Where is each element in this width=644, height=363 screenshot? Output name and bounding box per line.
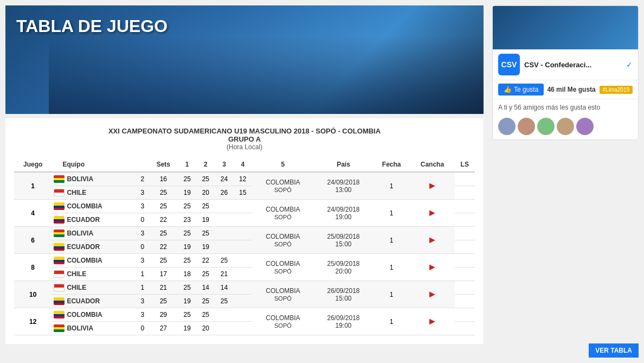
fb-like-label: Te gusta [514, 86, 538, 93]
flag-chile [54, 270, 65, 278]
right-section: CSV CSV - Confederaci... ✓ 👍 Te gusta 46… [492, 5, 639, 344]
cell-ls[interactable]: ► [410, 172, 454, 200]
cell-team1-sets: 1 [136, 281, 149, 295]
cell-team2-s4: 26 [215, 186, 233, 200]
games-table: Juego Equipo Sets 1 2 3 4 5 País Fecha C… [14, 157, 475, 335]
cell-team1-s2: 25 [178, 254, 196, 268]
cell-juego: 6 [14, 227, 51, 254]
fb-avatar-2 [518, 118, 535, 135]
ls-arrow-icon[interactable]: ► [428, 207, 437, 219]
col-header-pais: País [314, 157, 373, 172]
cell-team2-sets: 0 [136, 213, 149, 227]
cell-team1-s2: 25 [178, 281, 196, 295]
cell-team2-s3: 20 [196, 322, 215, 335]
table-row: 8 COLOMBIA 3 25 25 22 25 COLOMBIASOPÓ 25… [14, 254, 475, 268]
cell-team1-sets: 3 [136, 227, 149, 240]
ls-arrow-icon[interactable]: ► [428, 180, 437, 192]
cell-team2-s2: 19 [178, 322, 196, 335]
cell-team2-sets: 0 [136, 240, 149, 254]
cell-team2-name: CHILE [51, 268, 136, 281]
cell-team2-s5 [234, 213, 252, 227]
cell-ls[interactable]: ► [410, 308, 454, 335]
col-header-s4: 4 [234, 157, 252, 172]
cell-team1-s1: 29 [149, 308, 178, 322]
table-row: 12 COLOMBIA 3 29 25 25 COLOMBIASOPÓ 26/0… [14, 308, 475, 322]
cell-team2-s4 [215, 213, 233, 227]
cell-fecha: 25/09/201815:00 [314, 227, 373, 254]
cell-team2-s4 [215, 240, 233, 254]
cell-team1-sets: 3 [136, 254, 149, 268]
cell-ls[interactable]: ► [410, 200, 454, 227]
cell-team1-s3: 25 [196, 200, 215, 213]
cell-fecha: 25/09/201820:00 [314, 254, 373, 281]
cell-fecha: 26/09/201819:00 [314, 308, 373, 335]
table-section: XXI CAMPEONATO SUDAMERICANO U19 MASCULIN… [5, 118, 484, 344]
cell-cancha: 1 [373, 172, 410, 200]
cell-juego: 8 [14, 254, 51, 281]
cell-ls[interactable]: ► [410, 227, 454, 254]
cell-team2-s1: 17 [149, 268, 178, 281]
banner-title: TABLA DE JUEGO [16, 16, 168, 36]
cell-team1-s1: 21 [149, 281, 178, 295]
col-header-s2: 2 [196, 157, 215, 172]
flag-ecuador [54, 216, 65, 224]
col-header-s3: 3 [215, 157, 233, 172]
cell-team2-name: ECUADOR [51, 213, 136, 227]
cell-team1-name: COLOMBIA [51, 254, 136, 268]
fb-avatar-4 [557, 118, 574, 135]
col-header-ls: LS [455, 157, 475, 172]
cell-team2-s1: 22 [149, 213, 178, 227]
cell-team2-s3: 25 [196, 295, 215, 308]
fb-header: CSV CSV - Confederaci... ✓ [493, 49, 638, 80]
ver-tabla-button[interactable]: VER TABLA [589, 343, 639, 358]
cell-team2-name: BOLIVIA [51, 322, 136, 335]
flag-colombia [54, 202, 65, 210]
ls-arrow-icon[interactable]: ► [428, 289, 437, 300]
cell-fecha: 24/09/201813:00 [314, 172, 373, 200]
cell-pais: COLOMBIASOPÓ [252, 200, 314, 227]
cell-team2-s1: 25 [149, 186, 178, 200]
col-header-equipo: Equipo [51, 157, 149, 172]
fb-like-icon: 👍 [504, 86, 512, 93]
cell-team1-s4 [215, 200, 233, 213]
cell-team1-s1: 25 [149, 227, 178, 240]
cell-team1-s5 [234, 308, 252, 322]
fb-like-button[interactable]: 👍 Te gusta [498, 84, 544, 95]
cell-team2-s2: 18 [178, 268, 196, 281]
cell-juego: 1 [14, 172, 51, 200]
col-header-s1: 1 [178, 157, 196, 172]
tournament-title: XXI CAMPEONATO SUDAMERICANO U19 MASCULIN… [14, 127, 475, 135]
table-row: 10 CHILE 1 21 25 14 14 COLOMBIASOPÓ 26/0… [14, 281, 475, 295]
table-row: 6 BOLIVIA 3 25 25 25 COLOMBIASOPÓ 25/09/… [14, 227, 475, 240]
fb-friends-text: A ti y 56 amigos más les gusta esto [493, 99, 638, 116]
tournament-header: XXI CAMPEONATO SUDAMERICANO U19 MASCULIN… [14, 127, 475, 151]
cell-pais: COLOMBIASOPÓ [252, 281, 314, 308]
cell-team1-s3: 25 [196, 308, 215, 322]
cell-fecha: 24/09/201819:00 [314, 200, 373, 227]
ls-arrow-icon[interactable]: ► [428, 234, 437, 246]
cell-team2-s4: 25 [215, 295, 233, 308]
flag-ecuador [54, 243, 65, 251]
cell-ls[interactable]: ► [410, 281, 454, 308]
cell-ls[interactable]: ► [410, 254, 454, 281]
cell-team1-s2: 25 [178, 172, 196, 186]
cell-team2-s2: 19 [178, 295, 196, 308]
left-section: TABLA DE JUEGO XXI CAMPEONATO SUDAMERICA… [5, 5, 484, 344]
cell-team2-s1: 22 [149, 240, 178, 254]
cell-juego: 4 [14, 200, 51, 227]
ls-arrow-icon[interactable]: ► [428, 316, 437, 327]
fb-verified-icon: ✓ [626, 60, 633, 69]
cell-team1-sets: 2 [136, 172, 149, 186]
cell-team1-sets: 3 [136, 200, 149, 213]
cell-team1-s3: 25 [196, 227, 215, 240]
cell-team1-name: BOLIVIA [51, 227, 136, 240]
fb-actions: 👍 Te gusta 46 mil Me gusta #Lima2019 [493, 80, 638, 99]
cell-team1-name: BOLIVIA [51, 172, 136, 186]
cell-team2-sets: 3 [136, 295, 149, 308]
fb-avatar-3 [537, 118, 555, 135]
cell-team2-name: ECUADOR [51, 295, 136, 308]
cell-team2-s3: 20 [196, 186, 215, 200]
ls-arrow-icon[interactable]: ► [428, 262, 437, 273]
cell-team2-s1: 25 [149, 295, 178, 308]
cell-team1-s1: 16 [149, 172, 178, 186]
